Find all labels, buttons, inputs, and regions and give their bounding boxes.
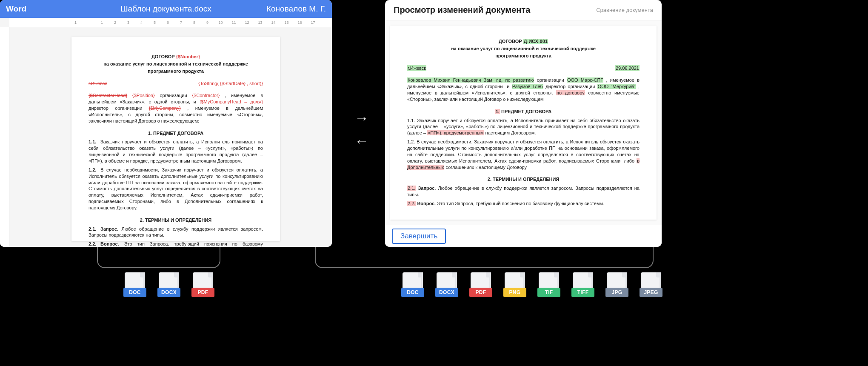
file-type-label: DOCX: [157, 288, 180, 297]
diff-date: 29.06.2021: [615, 65, 640, 71]
ph-contractor-head: {$ContractorHead}: [89, 93, 127, 98]
ph-mycompany-head: {$MyCompanyHead – долж}: [200, 99, 263, 104]
diff-removed: по договору: [556, 90, 585, 95]
item-2-1: 2.1.Запрос. Любое обращение в службу под…: [89, 226, 263, 239]
diff-doc-title: ДОГОВОР Д-ИСХ-001: [407, 38, 640, 45]
diff-footer: Завершить: [385, 225, 662, 247]
section-1-heading: 1. ПРЕДМЕТ ДОГОВОРА: [89, 130, 263, 137]
placeholder-city: г.Ижевск: [89, 81, 107, 86]
doc-title: ДОГОВОР {$Number}: [89, 54, 263, 60]
diff-page[interactable]: ДОГОВОР Д-ИСХ-001 на оказание услуг по л…: [390, 26, 657, 220]
doc-preamble: {$ContractorHead} {$Position} организаци…: [89, 92, 263, 124]
item-num: 2.1.: [89, 226, 100, 232]
item-num: 1.2.: [89, 167, 100, 173]
diff-sect-2: 2. ТЕРМИНЫ И ОПРЕДЕЛЕНИЯ: [407, 176, 640, 183]
doc-city-date-row: г.Ижевск {ToString( {$StartDate} , short…: [89, 80, 263, 87]
diff-city: г.Ижевск: [407, 65, 426, 71]
file-type-docx: DOCX: [157, 272, 180, 300]
diff-sub2: программного продукта: [407, 53, 640, 59]
item-1-2: 1.2.В случае необходимости, Заказчик пор…: [89, 167, 263, 211]
txt: 1.2. В случае необходимости, Заказчик по…: [407, 139, 640, 163]
file-type-jpg: JPG: [605, 272, 628, 300]
txt: ДОГОВОР: [499, 39, 523, 44]
item-lead: Запрос: [100, 226, 117, 232]
diff-item-21: 2.1. Запрос. Любое обращение в службу по…: [407, 185, 640, 198]
doc-subtitle-1: на оказание услуг по лицензионной и техн…: [89, 61, 263, 67]
file-type-label: JPG: [605, 288, 628, 297]
txt: . Это тип Запроса, требующий пояснения п…: [434, 201, 604, 206]
item-num: 2.2.: [89, 241, 100, 247]
file-type-doc: DOC: [401, 272, 424, 300]
txt: соглашениях к настоящему Договору.: [446, 165, 528, 170]
file-type-label: TIF: [537, 288, 560, 297]
arrow-right-icon: →: [349, 106, 374, 129]
item-2-2: 2.2.Вопрос. Это тип Запроса, требующий п…: [89, 241, 263, 247]
placeholder-number: {$Number}: [176, 54, 200, 59]
file-type-label: DOC: [123, 288, 146, 297]
file-type-label: TIFF: [571, 288, 594, 297]
file-type-jpeg: JPEG: [640, 272, 662, 300]
export-formats-left: DOCDOCXPDF: [123, 272, 214, 300]
diff-preamble: Коновалов Михаил Геннадьевич Зам. г.д. п…: [407, 77, 640, 102]
doc-subtitle-2: программного продукта: [89, 68, 263, 74]
diff-removed: 2.1.: [407, 186, 416, 191]
section-2-heading: 2. ТЕРМИНЫ И ОПРЕДЕЛЕНИЯ: [89, 217, 263, 223]
file-type-label: PDF: [191, 288, 214, 297]
file-type-pdf: PDF: [191, 272, 214, 300]
file-type-label: DOCX: [435, 288, 458, 297]
file-type-label: PNG: [503, 288, 526, 297]
diff-item-22: 2.2. Вопрос. Это тип Запроса, требующий …: [407, 200, 640, 207]
ph-position: {$Position}: [132, 93, 155, 98]
diff-changed: нижеследующем: [507, 97, 543, 102]
connector-left: [97, 247, 220, 268]
diff-item-12: 1.2. В случае необходимости, Заказчик по…: [407, 139, 640, 170]
item-1-1: 1.1.Заказчик поручает и обязуется оплати…: [89, 139, 263, 164]
word-titlebar: Word Шаблон документа.docx Коновалов М. …: [0, 0, 332, 18]
finish-button[interactable]: Завершить: [392, 229, 446, 244]
diff-added: Коновалов Михаил Геннадьевич Зам. г.д. п…: [407, 77, 534, 83]
connector-right: [315, 247, 654, 268]
diff-removed: «ПП»), предусмотренным: [427, 130, 484, 135]
diff-added-number: Д-ИСХ-001: [523, 39, 548, 44]
file-type-docx: DOCX: [435, 272, 458, 300]
user-name: Коновалов М. Г.: [232, 4, 326, 14]
item-text: В случае необходимости, Заказчик поручае…: [89, 167, 263, 210]
item-lead: Вопрос: [100, 241, 118, 246]
file-type-png: PNG: [503, 272, 526, 300]
diff-added: Разумов Глеб: [512, 84, 543, 89]
file-type-label: PDF: [469, 288, 492, 297]
editor-surface: 11234567891011121314151617 ДОГОВОР {$Num…: [0, 18, 332, 247]
word-window: Word Шаблон документа.docx Коновалов М. …: [0, 0, 332, 247]
file-type-label: JPEG: [640, 288, 662, 297]
arrow-left-icon: ←: [349, 129, 374, 152]
file-type-label: DOC: [401, 288, 424, 297]
txt: организации: [160, 93, 192, 98]
diff-sub1: на оказание услуг по лицензионной и техн…: [407, 46, 640, 52]
placeholder-date: {ToString( {$StartDate} , short)}: [198, 80, 263, 87]
txt: . Любое обращение в службу поддержки явл…: [407, 186, 640, 197]
app-name: Word: [6, 4, 100, 14]
txt: организации: [537, 77, 567, 83]
ruler-vertical[interactable]: [0, 27, 9, 247]
diff-title: Просмотр изменений документа: [394, 5, 530, 15]
document-page[interactable]: ДОГОВОР {$Number} на оказание услуг по л…: [71, 37, 280, 241]
txt: ПРЕДМЕТ ДОГОВОРА: [500, 109, 551, 114]
item-lead: Вопрос: [417, 201, 434, 206]
diff-window: Просмотр изменений документа Сравнение д…: [385, 0, 662, 247]
file-type-tif: TIF: [537, 272, 560, 300]
diff-added: ООО "Меркурий": [597, 84, 636, 89]
txt: настоящим Договором.: [485, 130, 536, 135]
diff-subtitle: Сравнение документа: [596, 7, 653, 13]
txt: директор организации: [545, 84, 597, 89]
diff-body: ДОГОВОР Д-ИСХ-001 на оказание услуг по л…: [385, 20, 662, 225]
item-num: 1.1.: [89, 139, 100, 145]
diff-item-11: 1.1. Заказчик поручает и обязуется оплат…: [407, 117, 640, 137]
diff-added: ООО Марс-СПГ: [567, 77, 603, 83]
diff-sect-1: 1. ПРЕДМЕТ ДОГОВОРА: [407, 109, 640, 115]
ph-mycompany: {$MyCompany}: [149, 106, 181, 111]
file-type-pdf: PDF: [469, 272, 492, 300]
transfer-arrows: → ←: [349, 106, 374, 153]
diff-header: Просмотр изменений документа Сравнение д…: [385, 0, 662, 20]
ruler-horizontal[interactable]: 11234567891011121314151617: [9, 18, 332, 27]
file-name: Шаблон документа.docx: [100, 4, 232, 14]
